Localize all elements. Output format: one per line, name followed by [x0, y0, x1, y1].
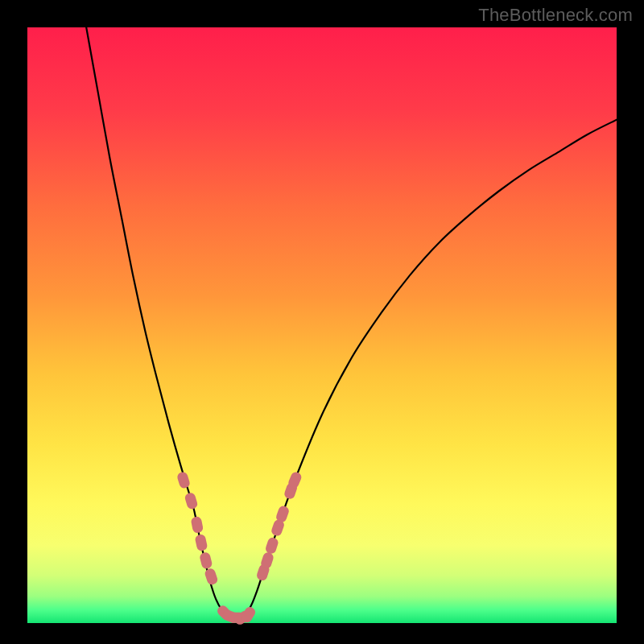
app-frame: TheBottleneck.com	[0, 0, 644, 644]
marker	[199, 551, 213, 570]
plot-area	[27, 27, 617, 623]
marker	[191, 516, 204, 534]
marker	[204, 568, 219, 586]
marker	[194, 534, 208, 551]
bottleneck-curve	[86, 27, 617, 619]
watermark-text: TheBottleneck.com	[478, 5, 633, 26]
marker-group	[176, 471, 303, 626]
marker	[264, 536, 279, 555]
marker	[176, 471, 191, 489]
marker	[184, 492, 198, 510]
curve-layer	[27, 27, 617, 623]
